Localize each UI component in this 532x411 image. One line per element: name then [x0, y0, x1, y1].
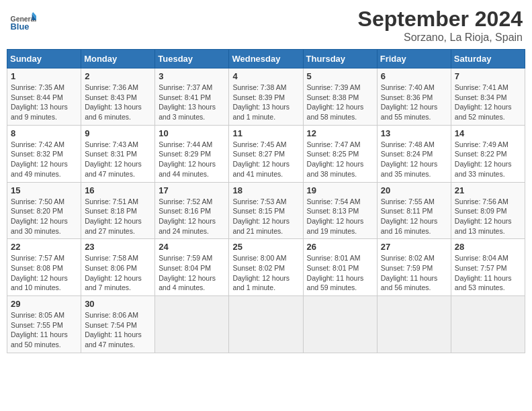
day-info: Sunrise: 8:02 AMSunset: 7:59 PMDaylight:… [381, 253, 447, 293]
calendar-cell: 11Sunrise: 7:45 AMSunset: 8:27 PMDayligh… [229, 125, 303, 182]
day-number: 17 [159, 185, 225, 195]
calendar-cell: 5Sunrise: 7:39 AMSunset: 8:38 PMDaylight… [303, 68, 377, 126]
day-number: 1 [11, 71, 77, 81]
day-info: Sunrise: 8:05 AMSunset: 7:55 PMDaylight:… [11, 310, 77, 350]
day-number: 2 [85, 71, 151, 81]
day-of-week-header: Thursday [303, 50, 377, 68]
day-info: Sunrise: 8:04 AMSunset: 7:57 PMDaylight:… [455, 253, 521, 293]
day-number: 4 [232, 71, 299, 81]
calendar-cell: 8Sunrise: 7:42 AMSunset: 8:32 PMDaylight… [7, 125, 81, 182]
day-info: Sunrise: 7:43 AMSunset: 8:31 PMDaylight:… [85, 140, 151, 179]
day-of-week-header: Sunday [7, 50, 81, 68]
logo-icon: General Blue [9, 9, 36, 36]
day-info: Sunrise: 7:57 AMSunset: 8:08 PMDaylight:… [11, 253, 77, 293]
calendar-cell: 1Sunrise: 7:35 AMSunset: 8:44 PMDaylight… [7, 68, 81, 126]
calendar-cell: 23Sunrise: 7:58 AMSunset: 8:06 PMDayligh… [81, 239, 155, 296]
day-info: Sunrise: 7:41 AMSunset: 8:34 PMDaylight:… [455, 83, 521, 122]
day-number: 28 [455, 242, 521, 252]
day-number: 18 [232, 185, 299, 195]
calendar-cell: 28Sunrise: 8:04 AMSunset: 7:57 PMDayligh… [451, 239, 525, 296]
day-info: Sunrise: 7:39 AMSunset: 8:38 PMDaylight:… [307, 83, 373, 122]
calendar-cell [451, 296, 525, 353]
day-number: 10 [159, 128, 225, 138]
day-info: Sunrise: 7:47 AMSunset: 8:25 PMDaylight:… [307, 140, 373, 179]
calendar-cell: 22Sunrise: 7:57 AMSunset: 8:08 PMDayligh… [7, 239, 81, 296]
calendar-row: 22Sunrise: 7:57 AMSunset: 8:08 PMDayligh… [7, 239, 525, 296]
calendar-cell: 6Sunrise: 7:40 AMSunset: 8:36 PMDaylight… [377, 68, 451, 126]
day-info: Sunrise: 7:52 AMSunset: 8:16 PMDaylight:… [159, 197, 225, 236]
day-number: 20 [381, 185, 447, 195]
day-info: Sunrise: 7:51 AMSunset: 8:18 PMDaylight:… [85, 197, 151, 236]
day-info: Sunrise: 7:35 AMSunset: 8:44 PMDaylight:… [11, 83, 77, 122]
calendar-table: SundayMondayTuesdayWednesdayThursdayFrid… [7, 49, 525, 353]
day-info: Sunrise: 7:48 AMSunset: 8:24 PMDaylight:… [381, 140, 447, 179]
calendar-cell: 27Sunrise: 8:02 AMSunset: 7:59 PMDayligh… [377, 239, 451, 296]
day-number: 30 [85, 299, 151, 309]
day-info: Sunrise: 7:55 AMSunset: 8:11 PMDaylight:… [381, 197, 447, 236]
calendar-cell: 12Sunrise: 7:47 AMSunset: 8:25 PMDayligh… [303, 125, 377, 182]
calendar-cell: 16Sunrise: 7:51 AMSunset: 8:18 PMDayligh… [81, 182, 155, 239]
day-of-week-header: Monday [81, 50, 155, 68]
calendar-cell: 14Sunrise: 7:49 AMSunset: 8:22 PMDayligh… [451, 125, 525, 182]
day-number: 27 [381, 242, 447, 252]
day-number: 5 [307, 71, 373, 81]
calendar-header-row: SundayMondayTuesdayWednesdayThursdayFrid… [7, 50, 525, 68]
day-info: Sunrise: 8:01 AMSunset: 8:01 PMDaylight:… [307, 253, 373, 293]
calendar-cell: 4Sunrise: 7:38 AMSunset: 8:39 PMDaylight… [229, 68, 303, 126]
calendar-cell: 13Sunrise: 7:48 AMSunset: 8:24 PMDayligh… [377, 125, 451, 182]
calendar-cell: 20Sunrise: 7:55 AMSunset: 8:11 PMDayligh… [377, 182, 451, 239]
day-info: Sunrise: 7:58 AMSunset: 8:06 PMDaylight:… [85, 253, 151, 293]
page-header: General Blue September 2024 Sorzano, La … [7, 7, 525, 44]
day-number: 29 [11, 299, 77, 309]
calendar-row: 8Sunrise: 7:42 AMSunset: 8:32 PMDaylight… [7, 125, 525, 182]
day-info: Sunrise: 7:56 AMSunset: 8:09 PMDaylight:… [455, 197, 521, 236]
calendar-cell [303, 296, 377, 353]
calendar-cell: 19Sunrise: 7:54 AMSunset: 8:13 PMDayligh… [303, 182, 377, 239]
day-info: Sunrise: 7:40 AMSunset: 8:36 PMDaylight:… [381, 83, 447, 122]
day-info: Sunrise: 7:53 AMSunset: 8:15 PMDaylight:… [232, 197, 299, 236]
day-number: 24 [159, 242, 225, 252]
calendar-row: 29Sunrise: 8:05 AMSunset: 7:55 PMDayligh… [7, 296, 525, 353]
day-number: 16 [85, 185, 151, 195]
day-of-week-header: Friday [377, 50, 451, 68]
calendar-cell [229, 296, 303, 353]
day-number: 15 [11, 185, 77, 195]
day-info: Sunrise: 7:49 AMSunset: 8:22 PMDaylight:… [455, 140, 521, 179]
calendar-cell: 21Sunrise: 7:56 AMSunset: 8:09 PMDayligh… [451, 182, 525, 239]
calendar-cell: 30Sunrise: 8:06 AMSunset: 7:54 PMDayligh… [81, 296, 155, 353]
calendar-cell [377, 296, 451, 353]
day-of-week-header: Wednesday [229, 50, 303, 68]
calendar-cell: 18Sunrise: 7:53 AMSunset: 8:15 PMDayligh… [229, 182, 303, 239]
title-area: September 2024 Sorzano, La Rioja, Spain [358, 7, 523, 44]
day-number: 14 [455, 128, 521, 138]
day-info: Sunrise: 8:06 AMSunset: 7:54 PMDaylight:… [85, 310, 151, 350]
calendar-cell: 24Sunrise: 7:59 AMSunset: 8:04 PMDayligh… [155, 239, 229, 296]
day-number: 22 [11, 242, 77, 252]
calendar-cell: 7Sunrise: 7:41 AMSunset: 8:34 PMDaylight… [451, 68, 525, 126]
day-info: Sunrise: 7:59 AMSunset: 8:04 PMDaylight:… [159, 253, 225, 293]
calendar-cell: 29Sunrise: 8:05 AMSunset: 7:55 PMDayligh… [7, 296, 81, 353]
day-number: 19 [307, 185, 373, 195]
calendar-cell: 26Sunrise: 8:01 AMSunset: 8:01 PMDayligh… [303, 239, 377, 296]
calendar-cell: 25Sunrise: 8:00 AMSunset: 8:02 PMDayligh… [229, 239, 303, 296]
day-number: 26 [307, 242, 373, 252]
day-info: Sunrise: 7:36 AMSunset: 8:43 PMDaylight:… [85, 83, 151, 122]
calendar-cell: 9Sunrise: 7:43 AMSunset: 8:31 PMDaylight… [81, 125, 155, 182]
day-info: Sunrise: 8:00 AMSunset: 8:02 PMDaylight:… [232, 253, 299, 293]
day-number: 11 [232, 128, 299, 138]
day-number: 12 [307, 128, 373, 138]
calendar-cell [155, 296, 229, 353]
svg-text:Blue: Blue [11, 21, 30, 32]
day-number: 23 [85, 242, 151, 252]
day-number: 6 [381, 71, 447, 81]
day-number: 21 [455, 185, 521, 195]
month-title: September 2024 [358, 7, 523, 32]
day-number: 9 [85, 128, 151, 138]
logo: General Blue [9, 9, 39, 36]
day-info: Sunrise: 7:42 AMSunset: 8:32 PMDaylight:… [11, 140, 77, 179]
day-number: 7 [455, 71, 521, 81]
location-subtitle: Sorzano, La Rioja, Spain [358, 32, 523, 44]
calendar-row: 15Sunrise: 7:50 AMSunset: 8:20 PMDayligh… [7, 182, 525, 239]
day-info: Sunrise: 7:50 AMSunset: 8:20 PMDaylight:… [11, 197, 77, 236]
calendar-cell: 15Sunrise: 7:50 AMSunset: 8:20 PMDayligh… [7, 182, 81, 239]
